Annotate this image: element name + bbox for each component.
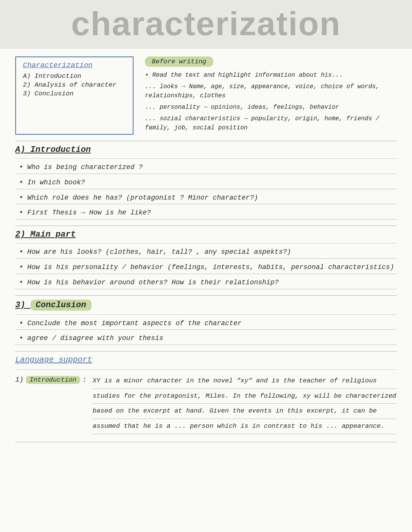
- title-section: Characterization: [0, 0, 412, 49]
- divider-bottom: [15, 442, 397, 442]
- divider-a1: [15, 158, 397, 159]
- toc-item-1: A) Introduction: [23, 73, 126, 80]
- language-support-title: Language support: [15, 355, 397, 364]
- intro-number: 1): [15, 376, 24, 384]
- content: Characterization A) Introduction 2) Anal…: [0, 49, 412, 458]
- section-3-num: 3): [15, 300, 31, 310]
- section-3-item-2: • agree / disagree with your thesis: [15, 333, 397, 345]
- section-3-badge: Conclusion: [31, 300, 92, 311]
- divider-lang2: [15, 369, 397, 370]
- page: Characterization Characterization A) Int…: [0, 0, 412, 532]
- divider-3a: [15, 314, 397, 315]
- toc-item-2: 2) Analysis of character: [23, 81, 126, 89]
- before-writing-badge: Before writing: [145, 56, 213, 67]
- intro-line-2: studies for the protagonist, Miles. In t…: [93, 390, 397, 404]
- section-a-item-2: • In which book?: [15, 177, 397, 189]
- divider-2: [15, 226, 397, 226]
- section-a-item-4: • First Thesis → How is he like?: [15, 207, 397, 219]
- divider-3: [15, 295, 397, 296]
- intro-colon: :: [82, 376, 87, 384]
- before-writing-item-1: • Read the text and highlight informatio…: [145, 71, 397, 80]
- before-writing-item-4: ... sozial characteristics → popularity,…: [145, 114, 397, 132]
- divider-a: [15, 141, 397, 141]
- intro-line-3: based on the excerpt at hand. Given the …: [93, 405, 397, 419]
- before-writing-section: Before writing • Read the text and highl…: [134, 56, 397, 135]
- section-a-item-1: • Who is being characterized ?: [15, 162, 397, 174]
- section-2-item-2: • How is his personality / behavior (fee…: [15, 262, 397, 274]
- intro-num-label: 1) Introduction :: [15, 375, 87, 435]
- toc-title: Characterization: [23, 61, 126, 69]
- main-title: Characterization: [0, 7, 412, 40]
- before-writing-item-2: ... looks → Name, age, size, appearance,…: [145, 82, 397, 100]
- intro-line-1: XY is a minor character in the novel "xy…: [93, 375, 397, 389]
- section-3-header: 3) Conclusion: [15, 300, 397, 311]
- section-2-item-3: • How is his behavior around others? How…: [15, 277, 397, 289]
- section-2-item-1: • How are his looks? (clothes, hair, tal…: [15, 247, 397, 259]
- toc-item-3: 3) Conclusion: [23, 90, 126, 97]
- intro-line-4: assumed that he is a ... person which is…: [93, 421, 397, 434]
- before-writing-item-3: ... personality → opinions, ideas, feeli…: [145, 103, 397, 112]
- intro-example: 1) Introduction : XY is a minor characte…: [15, 375, 397, 435]
- toc-box: Characterization A) Introduction 2) Anal…: [15, 56, 134, 135]
- section-2-header: 2) Main part: [15, 230, 397, 239]
- section-a-header: A) Introduction: [15, 145, 397, 155]
- intro-badge: Introduction: [26, 376, 80, 384]
- intro-text-block: XY is a minor character in the novel "xy…: [93, 375, 397, 435]
- divider-2a: [15, 243, 397, 243]
- section-3-item-1: • Conclude the most important aspects of…: [15, 318, 397, 330]
- top-section: Characterization A) Introduction 2) Anal…: [15, 56, 397, 135]
- divider-lang: [15, 351, 397, 351]
- section-a-item-3: • Which role does he has? (protagonist ?…: [15, 192, 397, 205]
